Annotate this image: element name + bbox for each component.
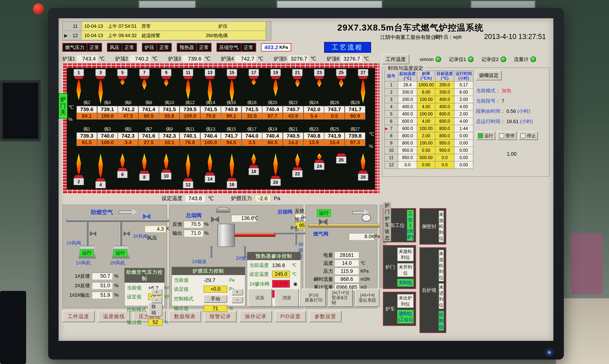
- nav-button-参数设置[interactable]: 参数设置: [309, 311, 342, 322]
- flame-icon: [142, 154, 147, 171]
- segment-row[interactable]: 6600.04.00600.04.00: [384, 118, 473, 125]
- segment-value[interactable]: 200.0: [435, 81, 454, 89]
- thermocouple-readout: 偶10741.555.6: [159, 100, 180, 119]
- flame-icon: [185, 79, 191, 99]
- segment-row[interactable]: 2200.06.00200.06.00: [384, 89, 473, 96]
- alarm-list[interactable]: 1110-04-13上午 07:54:51异常炉压▶1210-04-13上午 0…: [62, 21, 271, 41]
- run-button-label: 运行: [484, 133, 493, 139]
- burner-settings-button[interactable]: 烧嘴设定: [476, 70, 502, 80]
- roof-temp: 炉顶53276.7℃: [274, 55, 327, 62]
- system-button-试音[interactable]: 试音: [248, 289, 272, 307]
- segment-value[interactable]: 200.0: [435, 89, 454, 96]
- segment-row[interactable]: 5400.0100.00600.02.00: [384, 110, 473, 118]
- alarm-row[interactable]: 1110-04-13上午 07:54:51异常炉压: [63, 22, 266, 31]
- segment-value[interactable]: 0.00: [417, 161, 435, 169]
- chamber-mode-button[interactable]: 手动: [204, 295, 227, 303]
- thermocouple-temp: 742.3: [159, 132, 180, 140]
- thermocouple-readout: 偶5742.33.4: [118, 126, 138, 146]
- air-output-field[interactable]: 52: [148, 319, 162, 326]
- air-pressure-label: 风压: [147, 234, 157, 241]
- thermocouple-label: 偶1: [77, 126, 97, 132]
- thermocouple-output-pct: 60.5: [138, 113, 159, 119]
- preheat-setpoint-field[interactable]: 245.0: [272, 271, 290, 278]
- roof-temp-value: 3276.7: [288, 55, 309, 62]
- segment-value[interactable]: 100.00: [417, 110, 435, 118]
- segment-value[interactable]: 2.00: [417, 132, 435, 140]
- rear-flue-valve-icon[interactable]: [291, 225, 297, 230]
- segment-value[interactable]: 400.0: [435, 96, 454, 103]
- thermocouple-label: 偶8: [138, 100, 159, 105]
- alarm-scrollbar[interactable]: [266, 21, 271, 41]
- air-valve2-icon[interactable]: [123, 231, 130, 236]
- segment-value[interactable]: 100.00: [417, 96, 435, 103]
- air-valve1-icon[interactable]: [90, 231, 96, 236]
- segment-value[interactable]: 600.0: [435, 110, 454, 118]
- segment-value[interactable]: 500.00: [417, 154, 435, 161]
- status-chip-label: 风压: [107, 43, 122, 51]
- system-button-登录&注销[interactable]: [ALT+F2]登录&注销: [328, 289, 353, 307]
- segment-col-header: 目标温度(℃): [435, 71, 454, 81]
- chamber-output-minus-button[interactable]: －: [232, 297, 243, 303]
- run-control-button-运行[interactable]: 运行: [476, 131, 495, 140]
- air-output-minus-button[interactable]: －: [151, 297, 162, 303]
- run-control-button-暂停[interactable]: 暂停: [497, 131, 517, 140]
- main-flue-valve-icon[interactable]: [211, 216, 219, 223]
- process-flow-button[interactable]: 工艺流程: [324, 42, 371, 53]
- segment-table[interactable]: 段号起始温度(℃)斜率(℃/h)目标温度(℃)运行时间(小时) 128.4100…: [384, 70, 473, 169]
- air-mode-button[interactable]: 自动: [148, 302, 162, 317]
- system-button-屏幕打印[interactable]: [F10]屏幕打印: [302, 289, 326, 307]
- segment-value[interactable]: 4.00: [417, 118, 435, 125]
- segment-value[interactable]: 100.00: [417, 125, 435, 132]
- thermocouple-label: 偶6: [118, 100, 138, 105]
- chamber-setpoint-field[interactable]: +0.0: [204, 286, 227, 293]
- segment-value[interactable]: 0.0: [435, 161, 454, 169]
- burner-nozzle-icon: [228, 76, 236, 79]
- segment-row[interactable]: 4400.04.00400.04.00: [384, 103, 473, 110]
- eye-icon[interactable]: ◉: [293, 281, 298, 287]
- door-status-item: 进到位 (工位1): [397, 310, 414, 324]
- system-button-消音[interactable]: 消音: [275, 289, 299, 307]
- segment-value[interactable]: 1000.00: [417, 81, 435, 89]
- door-block-label: 炉门: [385, 264, 395, 270]
- alarm-row[interactable]: ▶1210-04-13上午 09:44:32超温报警26#热电偶: [63, 31, 266, 40]
- chamber-output-plus-button[interactable]: +: [232, 289, 243, 295]
- segment-value[interactable]: 0.50: [417, 147, 435, 154]
- burner-nozzle-icon: [337, 154, 345, 156]
- segment-value[interactable]: 600.0: [435, 118, 454, 125]
- segment-row[interactable]: 3200.0100.00400.02.00: [384, 96, 473, 103]
- workpiece-temp-button[interactable]: 工件温度: [382, 54, 409, 64]
- segment-value[interactable]: 100.00: [417, 140, 435, 147]
- segment-row[interactable]: 9800.0100.00950.00.00: [384, 140, 473, 147]
- segment-row[interactable]: 11950.0500.000.00.00: [384, 154, 473, 161]
- thermocouple-output-pct: 47.5: [118, 113, 138, 119]
- segment-value[interactable]: 950.0: [435, 147, 454, 154]
- segment-value[interactable]: 800.0: [435, 132, 454, 140]
- segment-value[interactable]: 6.00: [417, 89, 435, 96]
- roof-temp-label: 炉顶1: [62, 55, 75, 62]
- segment-value[interactable]: 950.0: [435, 140, 454, 147]
- air-output-plus-button[interactable]: +: [151, 289, 162, 295]
- alarm-time: 上午 09:44:32: [108, 32, 137, 39]
- nav-button-工件温度[interactable]: 工件温度: [62, 311, 95, 322]
- valve1-label: 1#风阀: [66, 240, 81, 246]
- system-button-退出系统[interactable]: [Alt+F4]退出系统: [355, 289, 380, 307]
- burner-nozzle-icon: [359, 76, 367, 79]
- segment-value: 0.00: [454, 154, 473, 161]
- gas-meter-row: 压力115.9KPa: [309, 268, 373, 275]
- segment-value[interactable]: 4.00: [417, 103, 435, 110]
- nav-button-PID设置[interactable]: PID设置: [275, 311, 306, 322]
- flame-icon: [338, 79, 344, 87]
- segment-row[interactable]: 120.00.000.00.00: [384, 161, 473, 169]
- status-chip-label: 炉压: [142, 43, 157, 51]
- segment-row[interactable]: 7▶600.0100.00800.01.44: [384, 125, 473, 132]
- chamber-output-field[interactable]: 71: [204, 305, 227, 312]
- run-control-button-停止[interactable]: 停止: [518, 131, 538, 140]
- segment-row[interactable]: 8800.02.00800.00.00: [384, 132, 473, 140]
- segment-row[interactable]: 10950.00.50950.00.00: [384, 147, 473, 154]
- segment-value[interactable]: 400.0: [435, 103, 454, 110]
- segment-value: 28.4: [398, 81, 417, 89]
- burner-number: 14: [205, 175, 215, 182]
- segment-value[interactable]: 0.0: [435, 154, 454, 161]
- segment-value[interactable]: 800.0: [435, 125, 454, 132]
- segment-row[interactable]: 128.41000.00200.00.17: [384, 81, 473, 89]
